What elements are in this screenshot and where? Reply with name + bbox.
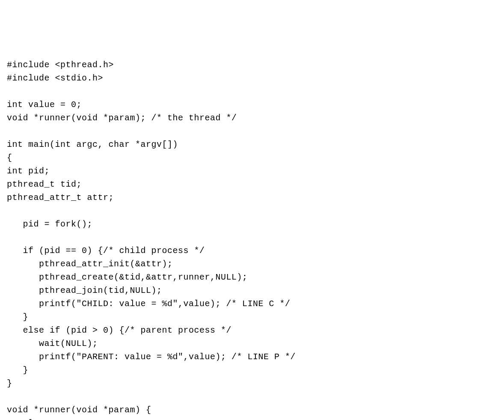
code-listing: #include <pthread.h> #include <stdio.h> … xyxy=(7,58,497,420)
